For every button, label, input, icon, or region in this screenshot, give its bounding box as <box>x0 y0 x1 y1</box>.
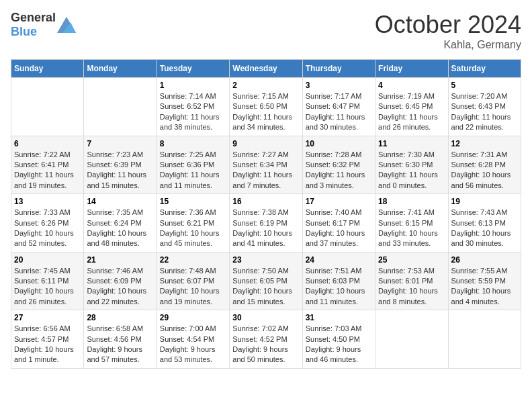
day-detail: Sunrise: 6:58 AM Sunset: 4:56 PM Dayligh… <box>87 324 153 365</box>
logo-general: General <box>11 11 56 24</box>
logo: General Blue <box>11 11 76 39</box>
logo-text: General Blue <box>11 11 56 39</box>
day-number: 7 <box>87 139 153 148</box>
day-detail: Sunrise: 7:02 AM Sunset: 4:52 PM Dayligh… <box>232 324 299 365</box>
cell-2-1: 6Sunrise: 7:22 AM Sunset: 6:41 PM Daylig… <box>11 136 84 194</box>
day-detail: Sunrise: 7:00 AM Sunset: 4:54 PM Dayligh… <box>160 324 226 365</box>
day-detail: Sunrise: 7:45 AM Sunset: 6:11 PM Dayligh… <box>14 266 81 308</box>
week-row-4: 20Sunrise: 7:45 AM Sunset: 6:11 PM Dayli… <box>11 252 521 310</box>
col-monday: Monday <box>84 60 157 78</box>
cell-3-4: 16Sunrise: 7:38 AM Sunset: 6:19 PM Dayli… <box>230 194 302 253</box>
day-number: 26 <box>451 255 518 265</box>
col-thursday: Thursday <box>302 60 375 78</box>
cell-3-3: 15Sunrise: 7:36 AM Sunset: 6:21 PM Dayli… <box>157 194 229 253</box>
cell-3-7: 19Sunrise: 7:43 AM Sunset: 6:13 PM Dayli… <box>448 194 521 253</box>
day-detail: Sunrise: 7:40 AM Sunset: 6:17 PM Dayligh… <box>306 208 372 249</box>
cell-1-5: 3Sunrise: 7:17 AM Sunset: 6:47 PM Daylig… <box>302 78 375 136</box>
day-number: 25 <box>378 255 445 265</box>
day-number: 17 <box>306 197 372 206</box>
cell-4-5: 24Sunrise: 7:51 AM Sunset: 6:03 PM Dayli… <box>302 252 375 310</box>
col-wednesday: Wednesday <box>230 60 302 78</box>
day-number: 30 <box>232 313 299 322</box>
day-number: 16 <box>232 197 299 206</box>
cell-3-6: 18Sunrise: 7:41 AM Sunset: 6:15 PM Dayli… <box>375 194 448 253</box>
cell-1-4: 2Sunrise: 7:15 AM Sunset: 6:50 PM Daylig… <box>230 78 302 136</box>
cell-5-7 <box>448 310 521 369</box>
month-title: October 2024 <box>375 11 521 39</box>
col-tuesday: Tuesday <box>157 60 229 78</box>
cell-2-3: 8Sunrise: 7:25 AM Sunset: 6:36 PM Daylig… <box>157 136 229 194</box>
day-number: 5 <box>451 81 518 90</box>
cell-4-2: 21Sunrise: 7:46 AM Sunset: 6:09 PM Dayli… <box>84 252 157 310</box>
col-sunday: Sunday <box>11 60 84 78</box>
cell-4-6: 25Sunrise: 7:53 AM Sunset: 6:01 PM Dayli… <box>375 252 448 310</box>
cell-5-5: 31Sunrise: 7:03 AM Sunset: 4:50 PM Dayli… <box>302 310 375 369</box>
cell-2-5: 10Sunrise: 7:28 AM Sunset: 6:32 PM Dayli… <box>302 136 375 194</box>
day-number: 8 <box>160 139 226 148</box>
day-detail: Sunrise: 7:31 AM Sunset: 6:28 PM Dayligh… <box>451 150 518 191</box>
day-number: 6 <box>14 139 81 148</box>
cell-1-3: 1Sunrise: 7:14 AM Sunset: 6:52 PM Daylig… <box>157 78 229 136</box>
day-detail: Sunrise: 7:03 AM Sunset: 4:50 PM Dayligh… <box>306 324 372 365</box>
day-detail: Sunrise: 7:35 AM Sunset: 6:24 PM Dayligh… <box>87 208 153 249</box>
day-detail: Sunrise: 7:48 AM Sunset: 6:07 PM Dayligh… <box>160 266 226 308</box>
week-row-1: 1Sunrise: 7:14 AM Sunset: 6:52 PM Daylig… <box>11 78 521 136</box>
day-detail: Sunrise: 7:30 AM Sunset: 6:30 PM Dayligh… <box>378 150 445 191</box>
logo-blue: Blue <box>11 25 37 38</box>
day-number: 31 <box>306 313 372 322</box>
day-detail: Sunrise: 6:56 AM Sunset: 4:57 PM Dayligh… <box>14 324 81 365</box>
day-detail: Sunrise: 7:36 AM Sunset: 6:21 PM Dayligh… <box>160 208 226 249</box>
day-number: 22 <box>160 255 226 265</box>
day-detail: Sunrise: 7:27 AM Sunset: 6:34 PM Dayligh… <box>232 150 299 191</box>
cell-5-6 <box>375 310 448 369</box>
header-row: Sunday Monday Tuesday Wednesday Thursday… <box>11 60 521 78</box>
cell-3-5: 17Sunrise: 7:40 AM Sunset: 6:17 PM Dayli… <box>302 194 375 253</box>
cell-5-2: 28Sunrise: 6:58 AM Sunset: 4:56 PM Dayli… <box>84 310 157 369</box>
cell-4-1: 20Sunrise: 7:45 AM Sunset: 6:11 PM Dayli… <box>11 252 84 310</box>
day-number: 10 <box>306 139 372 148</box>
day-detail: Sunrise: 7:51 AM Sunset: 6:03 PM Dayligh… <box>306 266 372 308</box>
cell-3-2: 14Sunrise: 7:35 AM Sunset: 6:24 PM Dayli… <box>84 194 157 253</box>
day-number: 28 <box>87 313 153 322</box>
day-detail: Sunrise: 7:38 AM Sunset: 6:19 PM Dayligh… <box>232 208 299 249</box>
cell-4-4: 23Sunrise: 7:50 AM Sunset: 6:05 PM Dayli… <box>230 252 302 310</box>
cell-5-3: 29Sunrise: 7:00 AM Sunset: 4:54 PM Dayli… <box>157 310 229 369</box>
day-detail: Sunrise: 7:53 AM Sunset: 6:01 PM Dayligh… <box>378 266 445 308</box>
page-header: General Blue October 2024 Kahla, Germany <box>11 11 521 51</box>
cell-5-4: 30Sunrise: 7:02 AM Sunset: 4:52 PM Dayli… <box>230 310 302 369</box>
week-row-5: 27Sunrise: 6:56 AM Sunset: 4:57 PM Dayli… <box>11 310 521 369</box>
logo-icon <box>57 17 76 33</box>
day-detail: Sunrise: 7:33 AM Sunset: 6:26 PM Dayligh… <box>14 208 81 249</box>
day-number: 13 <box>14 197 81 206</box>
day-number: 24 <box>306 255 372 265</box>
day-number: 20 <box>14 255 81 265</box>
day-number: 19 <box>451 197 518 206</box>
day-detail: Sunrise: 7:19 AM Sunset: 6:45 PM Dayligh… <box>378 91 445 133</box>
day-detail: Sunrise: 7:23 AM Sunset: 6:39 PM Dayligh… <box>87 150 153 191</box>
day-number: 4 <box>378 81 445 90</box>
day-detail: Sunrise: 7:46 AM Sunset: 6:09 PM Dayligh… <box>87 266 153 308</box>
day-detail: Sunrise: 7:22 AM Sunset: 6:41 PM Dayligh… <box>14 150 81 191</box>
day-detail: Sunrise: 7:43 AM Sunset: 6:13 PM Dayligh… <box>451 208 518 249</box>
day-number: 27 <box>14 313 81 322</box>
day-detail: Sunrise: 7:50 AM Sunset: 6:05 PM Dayligh… <box>232 266 299 308</box>
day-detail: Sunrise: 7:15 AM Sunset: 6:50 PM Dayligh… <box>232 91 299 133</box>
cell-2-6: 11Sunrise: 7:30 AM Sunset: 6:30 PM Dayli… <box>375 136 448 194</box>
cell-4-3: 22Sunrise: 7:48 AM Sunset: 6:07 PM Dayli… <box>157 252 229 310</box>
day-number: 23 <box>232 255 299 265</box>
day-detail: Sunrise: 7:14 AM Sunset: 6:52 PM Dayligh… <box>160 91 226 133</box>
day-detail: Sunrise: 7:55 AM Sunset: 5:59 PM Dayligh… <box>451 266 518 308</box>
location-title: Kahla, Germany <box>375 39 521 51</box>
day-detail: Sunrise: 7:28 AM Sunset: 6:32 PM Dayligh… <box>306 150 372 191</box>
day-number: 18 <box>378 197 445 206</box>
col-saturday: Saturday <box>448 60 521 78</box>
col-friday: Friday <box>375 60 448 78</box>
calendar-table: Sunday Monday Tuesday Wednesday Thursday… <box>11 59 521 369</box>
cell-3-1: 13Sunrise: 7:33 AM Sunset: 6:26 PM Dayli… <box>11 194 84 253</box>
day-number: 12 <box>451 139 518 148</box>
day-number: 21 <box>87 255 153 265</box>
cell-1-1 <box>11 78 84 136</box>
day-detail: Sunrise: 7:20 AM Sunset: 6:43 PM Dayligh… <box>451 91 518 133</box>
day-number: 1 <box>160 81 226 90</box>
day-number: 11 <box>378 139 445 148</box>
